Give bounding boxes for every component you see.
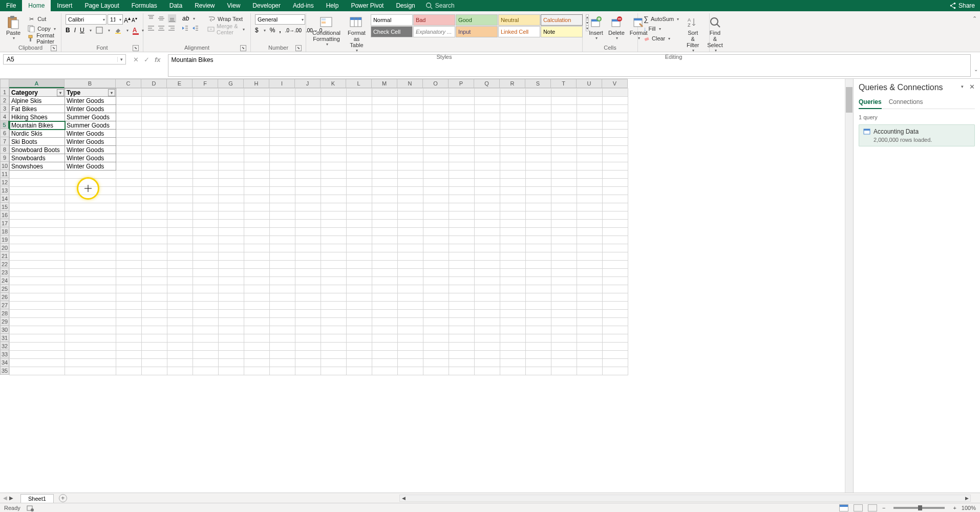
row-header-28[interactable]: 28 — [0, 309, 9, 317]
row-header-7[interactable]: 7 — [0, 137, 9, 145]
row-header-13[interactable]: 13 — [0, 186, 9, 195]
cell-P9[interactable] — [449, 154, 475, 162]
cell-B15[interactable] — [65, 203, 116, 211]
cell-O19[interactable] — [423, 236, 449, 244]
cell-M9[interactable] — [372, 154, 398, 162]
cell-G33[interactable] — [219, 351, 244, 359]
cell-R27[interactable] — [500, 302, 526, 310]
cell-L35[interactable] — [347, 367, 372, 375]
cell-D27[interactable] — [142, 302, 167, 310]
font-name-input[interactable] — [66, 14, 106, 25]
cell-P19[interactable] — [449, 236, 475, 244]
cell-N25[interactable] — [398, 285, 423, 293]
cell-E2[interactable] — [167, 97, 193, 105]
cell-I11[interactable] — [270, 170, 295, 179]
cell-A12[interactable] — [10, 179, 65, 187]
cell-N17[interactable] — [398, 220, 423, 228]
cell-O23[interactable] — [423, 269, 449, 277]
cell-M23[interactable] — [372, 269, 398, 277]
cell-D16[interactable] — [142, 211, 167, 220]
zoom-out-icon[interactable]: − — [882, 505, 885, 511]
cell-P25[interactable] — [449, 285, 475, 293]
cell-J30[interactable] — [295, 326, 321, 334]
cell-I7[interactable] — [270, 138, 295, 146]
cell-T6[interactable] — [551, 130, 577, 138]
cell-P12[interactable] — [449, 179, 475, 187]
cell-S34[interactable] — [526, 359, 551, 367]
cell-I3[interactable] — [270, 105, 295, 113]
cell-U19[interactable] — [577, 236, 603, 244]
zoom-slider[interactable] — [893, 507, 945, 509]
cell-F30[interactable] — [193, 326, 219, 334]
col-header-S[interactable]: S — [525, 79, 551, 88]
cell-O2[interactable] — [423, 97, 449, 105]
col-header-P[interactable]: P — [449, 79, 474, 88]
cell-V21[interactable] — [603, 252, 628, 261]
cell-F17[interactable] — [193, 220, 219, 228]
col-header-T[interactable]: T — [551, 79, 577, 88]
cell-P34[interactable] — [449, 359, 475, 367]
cell-O28[interactable] — [423, 310, 449, 318]
tab-power-pivot[interactable]: Power Pivot — [345, 0, 390, 11]
cell-H19[interactable] — [244, 236, 270, 244]
cell-M31[interactable] — [372, 334, 398, 343]
cell-L2[interactable] — [347, 97, 372, 105]
cell-E27[interactable] — [167, 302, 193, 310]
cell-G25[interactable] — [219, 285, 244, 293]
cell-O1[interactable] — [423, 89, 449, 97]
cell-K34[interactable] — [321, 359, 347, 367]
worksheet-grid[interactable]: ABCDEFGHIJKLMNOPQRSTUV 12345678910111213… — [0, 79, 853, 493]
cell-R7[interactable] — [500, 138, 526, 146]
cell-G30[interactable] — [219, 326, 244, 334]
cell-Q27[interactable] — [475, 302, 500, 310]
cell-K24[interactable] — [321, 277, 347, 285]
cell-O11[interactable] — [423, 170, 449, 179]
cell-B27[interactable] — [65, 302, 116, 310]
cell-S8[interactable] — [526, 146, 551, 154]
cell-V35[interactable] — [603, 367, 628, 375]
cell-C13[interactable] — [116, 187, 142, 195]
cell-E14[interactable] — [167, 195, 193, 203]
panel-close-icon[interactable]: ✕ — [969, 83, 975, 91]
cell-H8[interactable] — [244, 146, 270, 154]
cell-D13[interactable] — [142, 187, 167, 195]
cell-B12[interactable] — [65, 179, 116, 187]
find-select-button[interactable]: Find & Select▾ — [705, 14, 725, 54]
cell-I5[interactable] — [270, 121, 295, 130]
cell-J26[interactable] — [295, 293, 321, 302]
col-header-H[interactable]: H — [244, 79, 269, 88]
cell-T27[interactable] — [551, 302, 577, 310]
cell-R1[interactable] — [500, 89, 526, 97]
cell-Q15[interactable] — [475, 203, 500, 211]
cell-N4[interactable] — [398, 113, 423, 121]
cell-P10[interactable] — [449, 162, 475, 170]
cell-N32[interactable] — [398, 343, 423, 351]
cell-E10[interactable] — [167, 162, 193, 170]
cell-V16[interactable] — [603, 211, 628, 220]
cell-G3[interactable] — [219, 105, 244, 113]
cell-H31[interactable] — [244, 334, 270, 343]
cell-L11[interactable] — [347, 170, 372, 179]
cell-R12[interactable] — [500, 179, 526, 187]
cell-K1[interactable] — [321, 89, 347, 97]
cell-U30[interactable] — [577, 326, 603, 334]
cell-A24[interactable] — [10, 277, 65, 285]
cell-J5[interactable] — [295, 121, 321, 130]
col-header-R[interactable]: R — [500, 79, 525, 88]
cell-I26[interactable] — [270, 293, 295, 302]
cell-K21[interactable] — [321, 252, 347, 261]
cell-F25[interactable] — [193, 285, 219, 293]
cell-Q5[interactable] — [475, 121, 500, 130]
tab-data[interactable]: Data — [163, 0, 188, 11]
cell-I31[interactable] — [270, 334, 295, 343]
cell-C2[interactable] — [116, 97, 142, 105]
cell-B21[interactable] — [65, 252, 116, 261]
cell-H17[interactable] — [244, 220, 270, 228]
row-header-3[interactable]: 3 — [0, 104, 9, 113]
cell-B16[interactable] — [65, 211, 116, 220]
cell-G35[interactable] — [219, 367, 244, 375]
cell-C8[interactable] — [116, 146, 142, 154]
cell-Q32[interactable] — [475, 343, 500, 351]
cell-H4[interactable] — [244, 113, 270, 121]
cell-K10[interactable] — [321, 162, 347, 170]
